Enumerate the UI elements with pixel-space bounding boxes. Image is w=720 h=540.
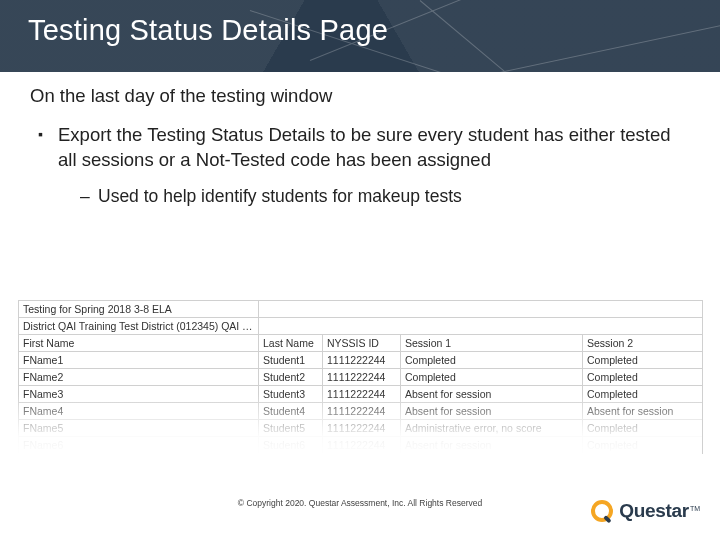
cell-ln: Student2	[259, 369, 323, 386]
sub-bullet-text: Used to help identify students for makeu…	[98, 186, 462, 206]
cell-s2: Completed	[583, 369, 703, 386]
cell-fn: FName1	[19, 352, 259, 369]
cell-id: 1111222244	[323, 437, 401, 454]
table-header-row: First Name Last Name NYSSIS ID Session 1…	[19, 335, 703, 352]
status-table: Testing for Spring 2018 3-8 ELA District…	[18, 300, 703, 454]
cell-ln: Student6	[259, 437, 323, 454]
cell-fn: FName3	[19, 386, 259, 403]
table-row: FName5 Student5 1111222244 Administrativ…	[19, 420, 703, 437]
slide-body: On the last day of the testing window Ex…	[30, 84, 690, 219]
bullet-text: Export the Testing Status Details to be …	[58, 124, 671, 170]
cell-fn: FName6	[19, 437, 259, 454]
sub-bullet-list: Used to help identify students for makeu…	[58, 185, 690, 209]
table-row: FName4 Student4 1111222244 Absent for se…	[19, 403, 703, 420]
cell-s2: Completed	[583, 386, 703, 403]
cell-s2: Completed	[583, 420, 703, 437]
bullet-item: Export the Testing Status Details to be …	[38, 123, 690, 209]
sub-bullet-item: Used to help identify students for makeu…	[80, 185, 690, 209]
cell-s2: Completed	[583, 352, 703, 369]
table-row: FName3 Student3 1111222244 Absent for se…	[19, 386, 703, 403]
status-table-screenshot: Testing for Spring 2018 3-8 ELA District…	[18, 300, 702, 454]
table-banner-empty	[259, 301, 703, 318]
cell-id: 1111222244	[323, 352, 401, 369]
col-session-2: Session 2	[583, 335, 703, 352]
slide-title: Testing Status Details Page	[28, 14, 388, 47]
table-row: FName2 Student2 1111222244 Completed Com…	[19, 369, 703, 386]
cell-fn: FName5	[19, 420, 259, 437]
cell-id: 1111222244	[323, 403, 401, 420]
questar-logo: QuestarTM	[589, 498, 700, 524]
cell-id: 1111222244	[323, 386, 401, 403]
questar-logo-text: QuestarTM	[619, 500, 700, 522]
cell-s1: Absent for session	[401, 403, 583, 420]
table-banner-row: Testing for Spring 2018 3-8 ELA	[19, 301, 703, 318]
footer: © Copyright 2020. Questar Assessment, In…	[0, 494, 720, 530]
cell-id: 1111222244	[323, 420, 401, 437]
title-bar: Testing Status Details Page	[0, 0, 720, 72]
table-banner-2: District QAI Training Test District (012…	[19, 318, 259, 335]
col-nyssis-id: NYSSIS ID	[323, 335, 401, 352]
cell-ln: Student4	[259, 403, 323, 420]
col-last-name: Last Name	[259, 335, 323, 352]
cell-s2: Absent for session	[583, 403, 703, 420]
col-session-1: Session 1	[401, 335, 583, 352]
table-banner-1: Testing for Spring 2018 3-8 ELA	[19, 301, 259, 318]
cell-ln: Student5	[259, 420, 323, 437]
intro-text: On the last day of the testing window	[30, 84, 690, 109]
table-banner-empty	[259, 318, 703, 335]
table-banner-row: District QAI Training Test District (012…	[19, 318, 703, 335]
cell-fn: FName4	[19, 403, 259, 420]
bullet-list: Export the Testing Status Details to be …	[30, 123, 690, 209]
cell-s1: Absent for session	[401, 386, 583, 403]
cell-s1: Absent for session	[401, 437, 583, 454]
table-row: FName1 Student1 1111222244 Completed Com…	[19, 352, 703, 369]
questar-logo-mark-icon	[589, 498, 615, 524]
cell-s1: Completed	[401, 369, 583, 386]
cell-fn: FName2	[19, 369, 259, 386]
table-row: FName6 Student6 1111222244 Absent for se…	[19, 437, 703, 454]
cell-s1: Completed	[401, 352, 583, 369]
cell-ln: Student3	[259, 386, 323, 403]
cell-ln: Student1	[259, 352, 323, 369]
cell-s2: Completed	[583, 437, 703, 454]
trademark-icon: TM	[690, 505, 700, 512]
col-first-name: First Name	[19, 335, 259, 352]
cell-s1: Administrative error, no score	[401, 420, 583, 437]
logo-word: Questar	[619, 500, 689, 521]
slide: Testing Status Details Page On the last …	[0, 0, 720, 540]
cell-id: 1111222244	[323, 369, 401, 386]
